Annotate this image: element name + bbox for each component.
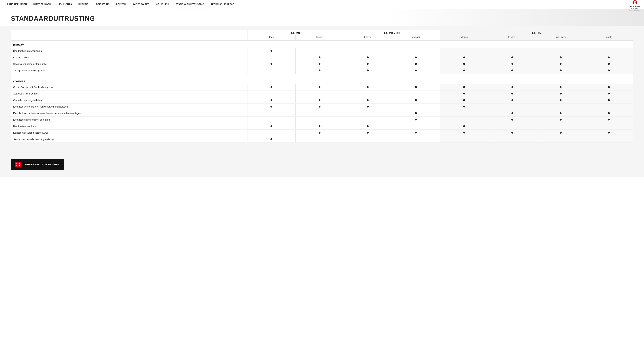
- nav-item-accessoires[interactable]: ACCESSOIRES: [129, 0, 153, 9]
- engine-header-row: 1.0L 6MT 1.3L 6MT MHEV 1.6L HEV: [11, 30, 633, 35]
- feature-name-cell: 3-laags interieurzuiveringsfilter: [11, 67, 248, 74]
- nav-item-kleuren[interactable]: KLEUREN: [75, 0, 93, 9]
- dot-cell: [296, 123, 344, 129]
- page-title: STANDAARDUITRUSTING: [11, 15, 633, 22]
- dot-cell: [392, 110, 440, 116]
- dot-cell: [440, 61, 488, 67]
- spacer-row: [11, 74, 633, 77]
- dot-indicator: [560, 93, 562, 94]
- table-row: Handmatige airconditioning: [11, 48, 633, 54]
- dot-cell: [488, 97, 536, 103]
- table-row: Centrale deurvergrendeling: [11, 97, 633, 103]
- dot-cell: [536, 61, 585, 67]
- dot-cell: [344, 103, 392, 110]
- dot-cell: [296, 103, 344, 110]
- dot-cell: [488, 84, 536, 90]
- main-content: 1.0L 6MT 1.3L 6MT MHEV 1.6L HEV Pure Int…: [0, 26, 644, 154]
- dot-cell: [585, 84, 633, 90]
- feature-name-cell: Elektrisch verstelbare, verwarmbare en i…: [11, 110, 248, 116]
- dot-cell: [344, 84, 392, 90]
- dot-cell: [344, 136, 392, 142]
- dot-indicator: [270, 63, 272, 65]
- dot-indicator: [560, 63, 562, 65]
- nav-item-bekleding[interactable]: BEKLEDING: [93, 0, 113, 9]
- variant-header-row: Pure Intense Intense Intense+ Intense In…: [11, 35, 633, 40]
- nav-item-prijzen[interactable]: PRIJZEN: [113, 0, 129, 9]
- dot-cell: [248, 123, 296, 129]
- nav-item-highlights[interactable]: HIGHLIGHTS: [54, 0, 75, 9]
- dot-cell: [488, 103, 536, 110]
- dot-cell: [440, 48, 488, 54]
- brand-logo: MITSUBISHI MOTORS Drive your Ambition: [629, 0, 640, 11]
- dot-cell: [248, 67, 296, 74]
- svg-marker-2: [635, 1, 637, 4]
- feature-col-header: [11, 30, 248, 35]
- table-row: Geactiveerd carbon interieurfilter: [11, 61, 633, 67]
- dot-cell: [248, 61, 296, 67]
- back-icon-box: [15, 162, 21, 167]
- dot-indicator: [560, 69, 562, 71]
- dot-indicator: [463, 63, 465, 65]
- engine-group-1-6: 1.6L HEV: [440, 30, 633, 35]
- dot-cell: [536, 136, 585, 142]
- back-button[interactable]: TERUG NAAR UITVOERINGEN: [11, 159, 64, 170]
- dot-indicator: [560, 56, 562, 58]
- dot-cell: [536, 123, 585, 129]
- feature-name-cell: Handmatige handrem: [11, 123, 248, 129]
- dot-cell: [392, 103, 440, 110]
- dot-cell: [344, 90, 392, 97]
- dot-cell: [296, 54, 344, 61]
- table-row: 3-laags interieurzuiveringsfilter: [11, 67, 633, 74]
- dot-cell: [440, 54, 488, 61]
- dot-indicator: [512, 132, 513, 134]
- dot-cell: [248, 48, 296, 54]
- nav-item-aandrijflijnen[interactable]: AANDRIJFLIJNEN: [4, 0, 30, 9]
- dot-cell: [392, 61, 440, 67]
- nav-item-standaarduitrusting[interactable]: STANDAARDUITRUSTING: [172, 0, 208, 9]
- dot-cell: [344, 97, 392, 103]
- dot-indicator: [415, 119, 417, 121]
- mitsubishi-diamond-icon: [631, 0, 638, 5]
- dot-cell: [392, 48, 440, 54]
- dot-indicator: [367, 106, 369, 107]
- dot-indicator: [608, 63, 610, 65]
- dot-cell: [585, 48, 633, 54]
- category-row-0: KLIMAAT: [11, 40, 633, 48]
- dot-indicator: [560, 99, 562, 101]
- nav-item-uitvoeringen[interactable]: UITVOERINGEN: [30, 0, 54, 9]
- dot-indicator: [512, 56, 513, 58]
- dot-cell: [585, 116, 633, 123]
- dot-cell: [248, 129, 296, 136]
- dot-indicator: [512, 63, 513, 65]
- dot-cell: [248, 97, 296, 103]
- dot-cell: [585, 97, 633, 103]
- table-row: Cruise Control met Snelheidsbegrenzer: [11, 84, 633, 90]
- dot-cell: [248, 84, 296, 90]
- dot-cell: [488, 110, 536, 116]
- dot-cell: [248, 116, 296, 123]
- engine-group-1-3: 1.3L 6MT MHEV: [344, 30, 440, 35]
- nav-item-technische-specs[interactable]: TECHNISCHE SPECS: [208, 0, 238, 9]
- brand-tagline: Drive your Ambition: [629, 9, 640, 11]
- dot-cell: [488, 61, 536, 67]
- dot-indicator: [608, 86, 610, 88]
- dot-indicator: [319, 106, 320, 107]
- comparison-table-wrapper: 1.0L 6MT 1.3L 6MT MHEV 1.6L HEV Pure Int…: [11, 30, 633, 143]
- dot-cell: [536, 84, 585, 90]
- dot-indicator: [463, 56, 465, 58]
- nav-item-veiligheid[interactable]: VEILIGHEID: [152, 0, 172, 9]
- dot-cell: [344, 110, 392, 116]
- dot-cell: [585, 129, 633, 136]
- footer-area: TERUG NAAR UITVOERINGEN: [0, 154, 644, 177]
- dot-indicator: [367, 56, 369, 58]
- dot-cell: [585, 67, 633, 74]
- expand-icon: [16, 163, 20, 166]
- dot-cell: [536, 97, 585, 103]
- dot-cell: [488, 67, 536, 74]
- dot-cell: [536, 67, 585, 74]
- dot-indicator: [608, 132, 610, 134]
- dot-cell: [392, 123, 440, 129]
- dot-cell: [488, 54, 536, 61]
- feature-name-cell: Handmatige airconditioning: [11, 48, 248, 54]
- dot-indicator: [270, 125, 272, 127]
